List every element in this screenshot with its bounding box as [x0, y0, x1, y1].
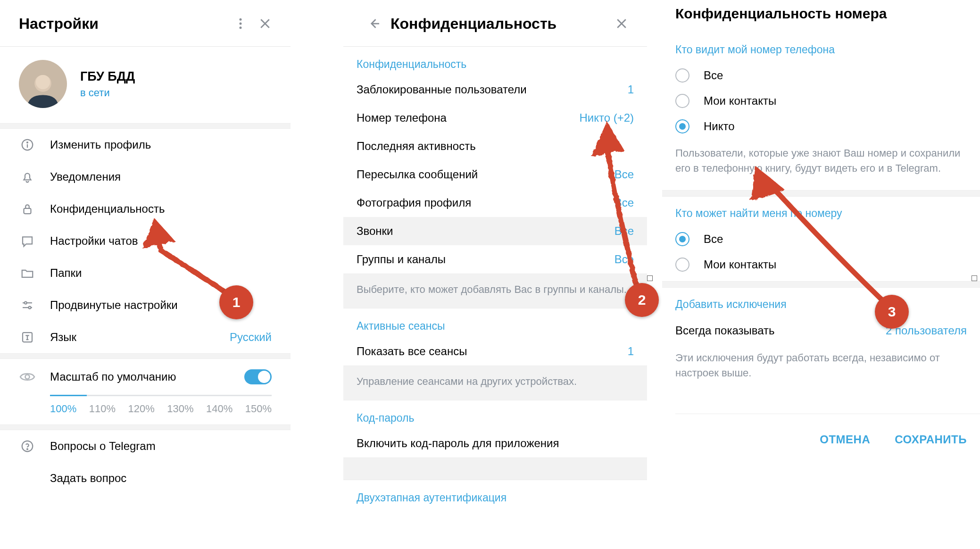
settings-header: Настройки: [0, 0, 291, 47]
radio-label: Все: [704, 233, 723, 246]
radio-contacts-sees[interactable]: Мои контакты: [675, 88, 967, 114]
row-calls[interactable]: Звонки Все: [343, 217, 647, 245]
zoom-label: Масштаб по умолчанию: [50, 370, 244, 383]
menu-ask[interactable]: Задать вопрос: [0, 462, 291, 494]
menu-label: Задать вопрос: [50, 472, 272, 485]
row-last-seen[interactable]: Последняя активность: [343, 132, 647, 160]
language-icon: [19, 329, 36, 346]
svg-point-11: [25, 375, 30, 379]
dialog-buttons: ОТМЕНА СОХРАНИТЬ: [675, 414, 980, 446]
profile-row[interactable]: ГБУ БДД в сети: [0, 47, 291, 123]
row-always-show[interactable]: Всегда показывать 2 пользователя: [675, 317, 967, 344]
menu-label: Уведомления: [50, 170, 272, 183]
svg-point-6: [27, 142, 28, 143]
zoom-row: Масштаб по умолчанию: [0, 359, 291, 395]
close-icon[interactable]: [609, 11, 634, 36]
row-forward[interactable]: Пересылка сообщений Все: [343, 160, 647, 189]
radio-icon: [675, 68, 689, 83]
menu-folders[interactable]: Папки: [0, 257, 291, 289]
radio-label: Мои контакты: [704, 258, 776, 271]
svg-point-13: [27, 449, 28, 449]
privacy-header: Конфиденциальность: [343, 0, 647, 47]
zoom-opt[interactable]: 120%: [128, 403, 154, 415]
privacy-title: Конфиденциальность: [390, 15, 609, 33]
radio-icon: [675, 232, 689, 246]
row-groups[interactable]: Группы и каналы Все: [343, 245, 647, 274]
privacy-hint: Выберите, кто может добавлять Вас в груп…: [343, 274, 647, 308]
menu-edit-profile[interactable]: Изменить профиль: [0, 129, 291, 161]
menu-value: Русский: [230, 331, 272, 344]
menu-language[interactable]: Язык Русский: [0, 321, 291, 353]
phone-privacy-title: Конфиденциальность номера: [675, 0, 980, 33]
radio-label: Мои контакты: [704, 94, 776, 108]
sessions-hint: Управление сеансами на других устройства…: [343, 366, 647, 400]
row-phone-number[interactable]: Номер телефона Никто (+2): [343, 104, 647, 132]
menu-label: Изменить профиль: [50, 138, 272, 151]
menu-privacy[interactable]: Конфиденциальность: [0, 193, 291, 225]
zoom-opt[interactable]: 150%: [245, 403, 272, 415]
section-twofa-heading: Двухэтапная аутентификация: [343, 480, 647, 509]
exceptions-section: Добавить исключения Всегда показывать 2 …: [675, 288, 967, 395]
zoom-opt[interactable]: 130%: [167, 403, 193, 415]
svg-point-9: [29, 307, 31, 309]
separator: [662, 281, 980, 288]
radio-contacts-finds[interactable]: Мои контакты: [675, 252, 967, 277]
radio-everyone-finds[interactable]: Все: [675, 226, 967, 252]
svg-point-8: [25, 302, 27, 304]
separator: [662, 190, 980, 197]
back-icon[interactable]: [362, 11, 387, 36]
who-finds-heading: Кто может найти меня по номеру: [675, 205, 967, 226]
radio-icon: [675, 258, 689, 272]
radio-nobody-sees[interactable]: Никто: [675, 114, 967, 139]
avatar: [19, 60, 67, 108]
settings-panel: Настройки ГБУ БДД в сети Изменить профил…: [0, 0, 291, 549]
svg-rect-7: [24, 208, 31, 214]
who-sees-heading: Кто видит мой номер телефона: [675, 42, 967, 63]
svg-point-2: [240, 26, 242, 29]
radio-icon: [675, 119, 689, 133]
zoom-slider[interactable]: 100% 110% 120% 130% 140% 150%: [0, 395, 291, 424]
exceptions-hint: Эти исключения будут работать всегда, не…: [675, 344, 967, 391]
separator: [0, 424, 291, 430]
separator: [0, 353, 291, 359]
blank-icon: [19, 470, 36, 487]
radio-label: Никто: [704, 120, 735, 133]
menu-notifications[interactable]: Уведомления: [0, 161, 291, 193]
menu-label: Конфиденциальность: [50, 202, 272, 216]
phone-privacy-panel: Конфиденциальность номера Кто видит мой …: [675, 0, 980, 549]
menu-faq[interactable]: Вопросы о Telegram: [0, 430, 291, 462]
folder-icon: [19, 265, 36, 282]
profile-status: в сети: [80, 87, 135, 99]
menu-label: Настройки чатов: [50, 234, 272, 248]
save-button[interactable]: СОХРАНИТЬ: [895, 433, 967, 446]
section-privacy-heading: Конфиденциальность: [343, 47, 647, 75]
radio-label: Все: [704, 69, 723, 82]
zoom-toggle[interactable]: [244, 369, 272, 384]
row-show-sessions[interactable]: Показать все сеансы 1: [343, 337, 647, 366]
bell-icon: [19, 168, 36, 185]
zoom-opt[interactable]: 140%: [206, 403, 233, 415]
sliders-icon: [19, 297, 36, 314]
menu-chat-settings[interactable]: Настройки чатов: [0, 225, 291, 257]
selection-handle: [972, 275, 977, 281]
row-enable-passcode[interactable]: Включить код-пароль для приложения: [343, 429, 647, 458]
more-vert-icon[interactable]: [228, 11, 253, 36]
row-profile-photo[interactable]: Фотография профиля Все: [343, 189, 647, 217]
svg-point-0: [240, 18, 242, 21]
menu-label: Продвинутые настройки: [50, 299, 272, 312]
info-icon: [19, 136, 36, 153]
zoom-opt[interactable]: 110%: [89, 403, 116, 415]
eye-icon: [19, 368, 36, 385]
radio-everyone-sees[interactable]: Все: [675, 63, 967, 88]
svg-point-4: [36, 75, 50, 89]
close-icon[interactable]: [253, 11, 277, 36]
menu-advanced[interactable]: Продвинутые настройки: [0, 289, 291, 321]
zoom-opt[interactable]: 100%: [50, 403, 76, 415]
row-blocked-users[interactable]: Заблокированные пользователи 1: [343, 75, 647, 104]
who-finds-section: Кто может найти меня по номеру Все Мои к…: [675, 197, 967, 281]
cancel-button[interactable]: ОТМЕНА: [820, 433, 870, 446]
who-sees-section: Кто видит мой номер телефона Все Мои кон…: [675, 33, 967, 190]
selection-handle: [647, 275, 653, 281]
svg-point-1: [240, 23, 242, 25]
menu-label: Папки: [50, 266, 272, 280]
